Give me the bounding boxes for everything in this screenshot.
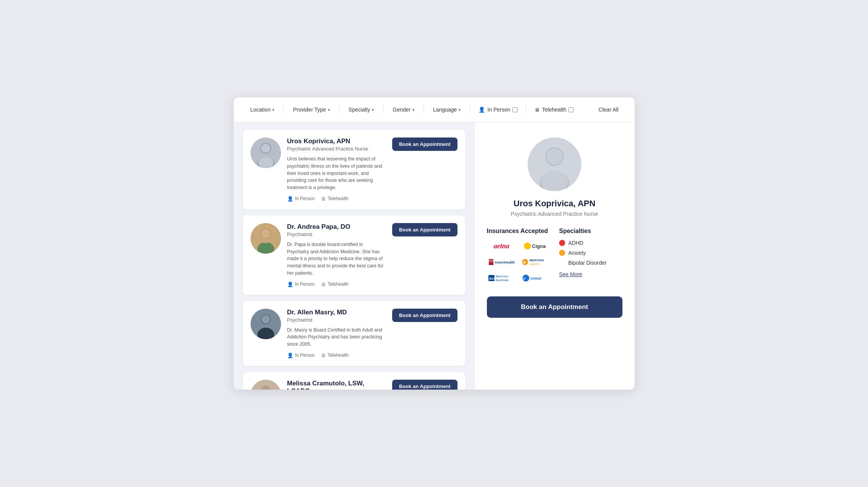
telehealth-label: Telehealth [542,107,566,113]
divider-1 [283,106,284,113]
provider-specialty: Psychiatrist [287,231,386,237]
book-appointment-button[interactable]: Book an Appointment [392,223,457,236]
detail-book-appointment-button[interactable]: Book an Appointment [487,296,622,318]
detail-panel: Uros Koprivica, APN Psychiatric Advanced… [474,122,635,390]
insurance-section: Insurances Accepted aetna Cigna [487,228,550,284]
language-filter[interactable]: Language ▾ [428,104,465,115]
provider-name: Uros Koprivica, APN [287,138,386,145]
specialty-name: Bipolar Disorder [568,260,606,266]
in-person-label: In Person [487,107,510,113]
monitor-tag-icon: 🖥 [321,282,326,287]
provider-info: Melissa Cramutolo, LSW, LCADC Therapist … [287,380,386,390]
provider-specialty: Psychiatrist [287,317,386,323]
svg-text:BlueShield: BlueShield [496,279,509,282]
provider-specialty: Psychiatric Advanced Practice Nurse [287,146,386,152]
in-person-filter[interactable]: 👤 In Person [475,104,521,115]
book-appointment-button[interactable]: Book an Appointment [392,138,457,151]
spacer-icon [559,260,565,266]
language-label: Language [433,107,457,113]
specialty-name: Anxiety [568,250,586,256]
provider-info: Dr. Allen Masry, MD Psychiatrist Dr. Mas… [287,309,386,358]
specialty-item: Bipolar Disorder [559,260,622,266]
provider-tags: 👤 In Person 🖥 Telehealth [287,196,386,202]
adhd-dot-icon [559,240,565,246]
in-person-tag: 👤 In Person [287,282,315,287]
see-more-button[interactable]: See More [559,271,582,277]
telehealth-filter[interactable]: 🖥 Telehealth [531,104,577,115]
person-tag-icon: 👤 [287,196,293,202]
in-person-text: In Person [295,196,315,201]
insurance-section-title: Insurances Accepted [487,228,550,235]
telehealth-tag: 🖥 Telehealth [321,196,349,202]
specialties-section-title: Specialties [559,228,622,235]
aetna-logo: aetna [487,240,517,252]
specialty-list: ADHD Anxiety Bipolar Disorder [559,240,622,266]
telehealth-text: Telehealth [328,282,349,287]
avatar [251,223,281,254]
svg-text:AmeriHealth: AmeriHealth [495,260,515,264]
divider-3 [383,106,383,113]
provider-card: Dr. Allen Masry, MD Psychiatrist Dr. Mas… [243,301,465,366]
specialty-name: ADHD [568,240,584,246]
monitor-tag-icon: 🖥 [321,353,326,358]
provider-type-chevron-icon: ▾ [328,108,330,112]
telehealth-text: Telehealth [328,196,349,201]
main-container: Location ▾ Provider Type ▾ Specialty ▾ G… [234,97,635,390]
provider-card: Dr. Andrea Papa, DO Psychiatrist Dr. Pap… [243,215,465,295]
divider-2 [339,106,339,113]
insurance-grid: aetna Cigna [487,240,550,284]
detail-provider-title: Psychiatric Advanced Practice Nurse [511,211,598,217]
location-label: Location [251,107,271,113]
amerihealth-logo: AmeriHealth [487,256,517,268]
detail-sections: Insurances Accepted aetna Cigna [487,228,622,284]
provider-name: Dr. Andrea Papa, DO [287,223,386,231]
location-chevron-icon: ▾ [272,108,274,112]
anxiety-dot-icon [559,250,565,256]
telehealth-checkbox[interactable] [569,107,574,112]
book-appointment-button[interactable]: Book an Appointment [392,309,457,322]
specialty-label: Specialty [349,107,370,113]
clear-all-button[interactable]: Clear All [595,104,622,115]
svg-text:MERITAIN: MERITAIN [529,259,544,262]
person-icon: 👤 [478,107,485,113]
svg-point-13 [262,315,270,324]
content-area: Uros Koprivica, APN Psychiatric Advanced… [234,122,635,390]
specialty-item: ADHD [559,240,622,246]
provider-list: Uros Koprivica, APN Psychiatric Advanced… [234,122,474,390]
specialty-chevron-icon: ▾ [372,108,374,112]
in-person-tag: 👤 In Person [287,196,315,202]
in-person-text: In Person [295,282,315,287]
location-filter[interactable]: Location ▾ [246,104,279,115]
svg-text:U: U [523,277,525,280]
telehealth-text: Telehealth [328,353,349,358]
provider-name: Melissa Cramutolo, LSW, LCADC [287,380,386,390]
in-person-checkbox[interactable] [512,107,517,112]
meritain-logo: M MERITAIN HEALTH [520,256,550,268]
person-tag-icon: 👤 [287,282,293,287]
provider-card: Uros Koprivica, APN Psychiatric Advanced… [243,130,465,209]
provider-tags: 👤 In Person 🖥 Telehealth [287,353,386,358]
monitor-tag-icon: 🖥 [321,196,326,202]
cigna-logo: Cigna [520,240,550,252]
svg-text:BlueCross: BlueCross [496,275,508,278]
specialty-filter[interactable]: Specialty ▾ [344,104,379,115]
provider-bio: Dr. Papa is double board-certified in Ps… [287,241,386,277]
svg-text:M: M [523,260,526,264]
provider-bio: Uros believes that lessening the impact … [287,155,386,191]
filter-bar: Location ▾ Provider Type ▾ Specialty ▾ G… [234,97,635,122]
telehealth-tag: 🖥 Telehealth [321,353,349,358]
provider-type-filter[interactable]: Provider Type ▾ [288,104,334,115]
in-person-text: In Person [295,353,315,358]
divider-6 [526,106,526,113]
book-appointment-button[interactable]: Book an Appointment [392,380,457,390]
language-chevron-icon: ▾ [459,108,461,112]
avatar [251,138,281,168]
svg-point-8 [261,229,270,238]
unitedhealthcare-logo: U United [520,272,550,284]
monitor-icon: 🖥 [535,107,540,113]
gender-filter[interactable]: Gender ▾ [388,104,419,115]
gender-chevron-icon: ▾ [412,108,414,112]
svg-text:HEALTH: HEALTH [529,263,540,265]
person-tag-icon: 👤 [287,353,293,358]
gender-label: Gender [393,107,411,113]
